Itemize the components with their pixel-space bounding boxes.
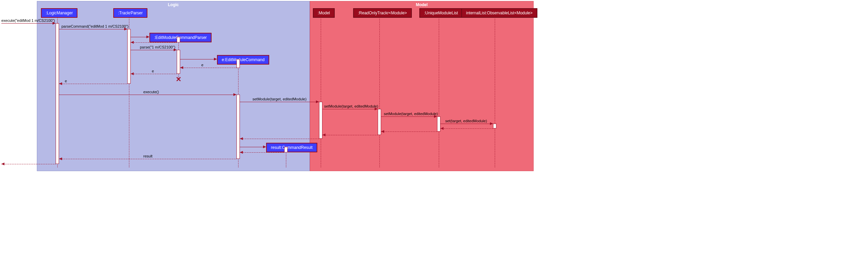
- activation-readonlytrackr: [378, 109, 381, 135]
- arrow-ret-emcp: [131, 42, 177, 43]
- arrow-ret-obs: [440, 128, 493, 129]
- label-e3: e: [65, 79, 67, 83]
- arrowhead-create-cr: [263, 146, 266, 148]
- lifeline-head-editmodulecommand: e:EditModuleCommand: [217, 55, 269, 65]
- lifeline-head-editmodulecommandparser: :EditModuleCommandParser: [149, 33, 212, 42]
- arrow-m7: [322, 109, 378, 109]
- arrow-m3: [131, 50, 177, 50]
- arrow-m6: [240, 102, 319, 102]
- activation-emc-create: [236, 59, 240, 68]
- label-m9: set(target, editedModule): [445, 119, 487, 123]
- lifeline-model: [321, 17, 321, 167]
- label-m1: execute("editMod 1 m/CS2100"): [1, 18, 55, 23]
- arrow-ret-rot: [322, 135, 378, 135]
- arrow-e3: [59, 84, 127, 84]
- arrow-m5: [59, 95, 236, 95]
- arrow-ret-caller: [1, 164, 56, 164]
- arrowhead-ret-obs: [440, 127, 444, 130]
- label-m3: parse("1 m/CS2100"): [140, 45, 175, 49]
- arrow-m1: [1, 23, 55, 24]
- arrow-e1: [180, 68, 236, 68]
- arrow-create-emc: [180, 59, 217, 59]
- region-model-title: Model: [310, 2, 533, 7]
- label-m8: setModule(target, editedModule): [384, 112, 438, 116]
- arrowhead-m9: [490, 122, 493, 125]
- lifeline-readonlytrackr: [379, 17, 380, 167]
- arrow-m8: [381, 116, 437, 117]
- region-model: Model: [310, 1, 534, 171]
- region-logic-title: Logic: [37, 2, 309, 7]
- arrowhead-m6: [316, 100, 319, 103]
- arrow-e2: [131, 74, 177, 74]
- lifeline-head-trackrparser: :TrackrParser: [113, 8, 147, 18]
- arrowhead-ret-rot: [322, 134, 326, 136]
- activation-emcp-1: [177, 37, 180, 42]
- activation-commandresult: [284, 147, 288, 152]
- arrowhead-create-emcp: [146, 36, 149, 38]
- activation-logicmanager: [56, 23, 59, 164]
- lifeline-commandresult: [286, 152, 286, 167]
- activation-trackrparser: [127, 29, 131, 84]
- lifeline-head-observablelist: internalList:ObservableList<Module>: [461, 8, 537, 18]
- lifeline-uniquemodulelist: [439, 17, 439, 167]
- label-m5: execute(): [143, 90, 159, 94]
- activation-emcp-2: [177, 50, 180, 74]
- label-e2: e: [152, 69, 154, 73]
- arrowhead-ret-model: [240, 137, 243, 140]
- sequence-diagram: Logic Model :LogicManager :TrackrParser …: [0, 0, 868, 277]
- arrow-ret-cr: [240, 152, 284, 153]
- arrow-create-cr: [240, 147, 266, 147]
- arrowhead-ret-emcp: [131, 41, 134, 44]
- lifeline-head-commandresult: result:CommandResult: [266, 143, 317, 152]
- destroy-editmodulecommandparser: ✕: [175, 76, 182, 82]
- arrow-ret-model: [240, 139, 319, 139]
- activation-observablelist: [493, 124, 496, 128]
- activation-emc-exec: [236, 95, 240, 159]
- arrowhead-ret-caller: [1, 163, 4, 165]
- lifeline-head-logicmanager: :LogicManager: [41, 8, 77, 18]
- lifeline-head-readonlytrackr: :ReadOnlyTrackr<Module>: [353, 8, 412, 18]
- arrowhead-e1: [180, 66, 183, 69]
- label-e1: e: [201, 63, 203, 67]
- arrowhead-ret-uml: [381, 130, 384, 133]
- label-m2: parseCommand("editMod 1 m/CS2100"): [61, 24, 129, 28]
- lifeline-observablelist: [495, 17, 495, 167]
- arrow-ret-uml: [381, 131, 437, 132]
- arrowhead-e2: [131, 72, 134, 75]
- activation-model: [319, 102, 322, 139]
- arrow-m10: [59, 159, 236, 159]
- label-m6: setModule(target, editedModule): [252, 97, 306, 101]
- arrowhead-e3: [59, 82, 62, 85]
- arrowhead-ret-cr: [240, 151, 243, 154]
- arrowhead-create-emc: [214, 58, 217, 60]
- arrow-m9: [440, 124, 493, 124]
- lifeline-head-model: :Model: [313, 8, 335, 18]
- arrowhead-m5: [233, 93, 236, 96]
- label-m7: setModule(target, editedModule): [324, 104, 378, 108]
- label-m10: result: [143, 154, 153, 158]
- arrow-m2: [59, 29, 127, 29]
- arrowhead-m10: [59, 157, 62, 160]
- lifeline-head-uniquemodulelist: :UniqueModuleList: [419, 8, 463, 18]
- activation-uniquemodulelist: [437, 116, 440, 131]
